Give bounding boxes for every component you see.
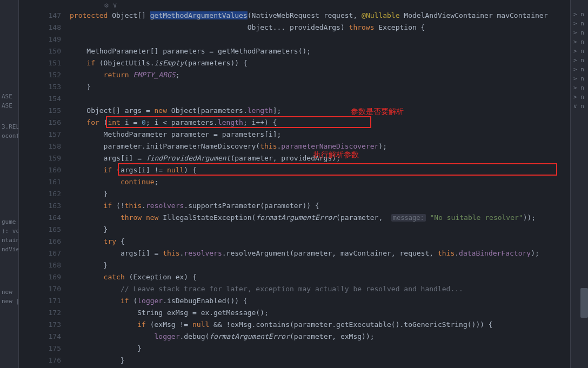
line-number[interactable]: 151: [19, 57, 61, 69]
tree-item[interactable]: ASE: [0, 101, 18, 110]
line-number[interactable]: 159: [19, 152, 61, 164]
line-number[interactable]: 153: [19, 81, 61, 93]
code-line: MethodParameter parameter = parameters[i…: [70, 129, 570, 140]
code-line: Object[] args = new Object[parameters.le…: [70, 105, 570, 117]
tree-item[interactable]: ntaine: [0, 236, 18, 245]
line-number[interactable]: 152: [19, 69, 61, 81]
line-number[interactable]: 157: [19, 129, 61, 140]
tree-item[interactable]: new |: [0, 297, 18, 306]
code-line: if (exMsg != null && !exMsg.contains(par…: [70, 319, 570, 331]
line-number[interactable]: 166: [19, 236, 61, 247]
line-number[interactable]: 148: [19, 22, 61, 34]
tree-item: [0, 110, 18, 122]
tree-item[interactable]: ): voi: [0, 226, 18, 236]
code-line: MethodParameter[] parameters = getMethod…: [70, 45, 570, 57]
line-number[interactable]: 149: [19, 34, 61, 45]
code-line: }: [70, 81, 570, 93]
line-number[interactable]: 156: [19, 117, 61, 129]
line-number[interactable]: 162: [19, 188, 61, 200]
outline-item[interactable]: > n: [571, 65, 588, 74]
code-line: protected Object[] getMethodArgumentValu…: [70, 10, 570, 22]
outline-item[interactable]: > n: [571, 46, 588, 56]
line-number[interactable]: 175: [19, 343, 61, 354]
code-line: return EMPTY_ARGS;: [70, 69, 570, 81]
code-line: }: [70, 224, 570, 236]
code-line: if (logger.isDebugEnabled()) {: [70, 295, 570, 307]
right-panel: > n > n > n > n > n > n > n > n > n > n …: [570, 0, 588, 368]
outline-item[interactable]: > n: [571, 37, 588, 46]
code-area[interactable]: protected Object[] getMethodArgumentValu…: [70, 10, 570, 368]
outline-item[interactable]: > n: [571, 28, 588, 37]
line-number[interactable]: 164: [19, 212, 61, 224]
code-line: [70, 34, 570, 45]
code-line: for (int i = 0; i < parameters.length; i…: [70, 117, 570, 129]
gutter: 147 148 149 150 151 152 153 154 155 156 …: [19, 10, 70, 368]
scrollbar-thumb[interactable]: [580, 288, 588, 318]
code-line: if (ObjectUtils.isEmpty(parameters)) {: [70, 57, 570, 69]
gear-icon[interactable]: ⚙ ∨: [104, 1, 117, 9]
code-line: if (args[i] != null) {: [70, 164, 570, 176]
tree-item[interactable]: oconf: [0, 131, 18, 140]
line-number[interactable]: 171: [19, 295, 61, 307]
line-number[interactable]: 147: [19, 10, 61, 22]
code-line: }: [70, 188, 570, 200]
code-line: // Leave stack trace for later, exceptio…: [70, 283, 570, 295]
code-line: continue;: [70, 176, 570, 188]
code-line: if (!this.resolvers.supportsParameter(pa…: [70, 200, 570, 212]
annotation-text: 执行解析参数: [313, 150, 359, 160]
line-number[interactable]: 170: [19, 283, 61, 295]
code-line: args[i] = this.resolvers.resolveArgument…: [70, 247, 570, 259]
tree-spacer: [0, 140, 18, 217]
left-panel: ASE ASE 3.REL oconf gume ): voi ntaine n…: [0, 0, 19, 368]
outline-item[interactable]: > n: [571, 56, 588, 65]
main-content: ⚙ ∨ 147 148 149 150 151 152 153 154 155 …: [19, 0, 570, 368]
code-line: try {: [70, 236, 570, 247]
tree-item[interactable]: 3.REL: [0, 122, 18, 131]
editor-container: ASE ASE 3.REL oconf gume ): voi ntaine n…: [0, 0, 588, 368]
line-number[interactable]: 167: [19, 247, 61, 259]
line-number[interactable]: 168: [19, 259, 61, 271]
line-number[interactable]: 169: [19, 271, 61, 283]
line-number[interactable]: 161: [19, 176, 61, 188]
line-number[interactable]: 150: [19, 45, 61, 57]
outline-item[interactable]: > n: [571, 19, 588, 28]
line-number[interactable]: 160: [19, 164, 61, 176]
tree-item[interactable]: gume: [0, 217, 18, 226]
code-line: Object... providedArgs) throws Exception…: [70, 22, 570, 34]
code-line: }: [70, 343, 570, 354]
line-number[interactable]: 154: [19, 93, 61, 105]
tree-item[interactable]: new: [0, 287, 18, 297]
code-line: throw new IllegalStateException(formatAr…: [70, 212, 570, 224]
outline-item[interactable]: > n: [571, 92, 588, 102]
tree-item[interactable]: ndVie: [0, 245, 18, 254]
line-number[interactable]: 176: [19, 354, 61, 366]
annotation-text: 参数是否要解析: [351, 107, 404, 117]
line-number[interactable]: 163: [19, 200, 61, 212]
outline-item[interactable]: > n: [571, 74, 588, 83]
line-number[interactable]: 172: [19, 307, 61, 319]
toolbar: ⚙ ∨: [19, 0, 570, 10]
code-line: String exMsg = ex.getMessage();: [70, 307, 570, 319]
outline-item[interactable]: > n: [571, 83, 588, 92]
line-number[interactable]: 174: [19, 331, 61, 343]
tree-item[interactable]: ASE: [0, 92, 18, 101]
code-line: }: [70, 259, 570, 271]
tree-spacer: [0, 254, 18, 287]
code-line: catch (Exception ex) {: [70, 271, 570, 283]
outline-item[interactable]: ∨ n: [571, 102, 588, 111]
line-number[interactable]: 155: [19, 105, 61, 117]
line-number[interactable]: 173: [19, 319, 61, 331]
code-line: }: [70, 354, 570, 366]
code-line: logger.debug(formatArgumentError(paramet…: [70, 331, 570, 343]
outline-item[interactable]: > n: [571, 10, 588, 19]
code-line: [70, 93, 570, 105]
line-number[interactable]: 158: [19, 140, 61, 152]
line-number[interactable]: 165: [19, 224, 61, 236]
